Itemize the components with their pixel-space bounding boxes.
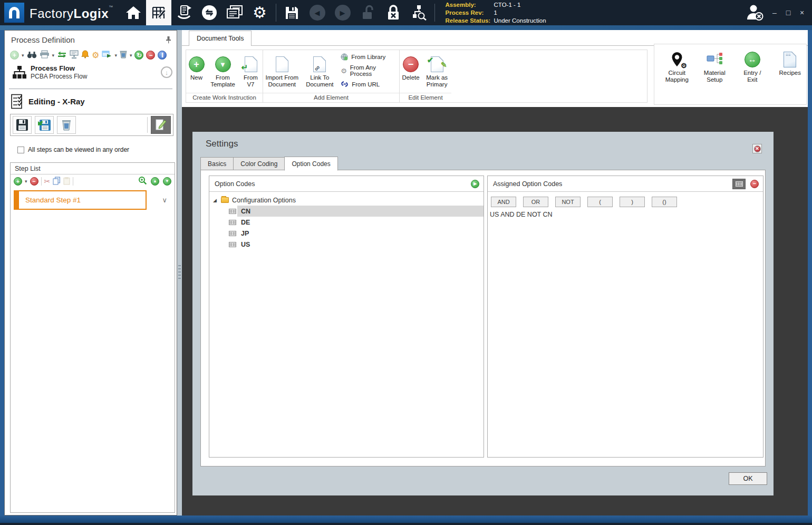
production-module-button[interactable] — [171, 0, 197, 25]
remove-step-button[interactable]: − — [30, 177, 38, 186]
print-button[interactable] — [40, 50, 50, 60]
recipes-button[interactable]: ≡≡ Recipes — [774, 48, 807, 104]
move-step-down-button[interactable]: ▼ — [163, 177, 171, 186]
tree-item-us[interactable]: US — [209, 239, 484, 250]
save-step-button[interactable] — [13, 116, 32, 134]
operator-open-paren-button[interactable]: ( — [587, 197, 613, 207]
delete-element-button[interactable]: − Delete — [400, 53, 421, 82]
view-order-option[interactable]: All steps can be viewed in any order — [17, 146, 129, 153]
import-from-document-label: Import From Document — [265, 74, 299, 88]
from-template-button[interactable]: ▼ From Template — [208, 53, 238, 89]
tree-item-de[interactable]: DE — [209, 217, 484, 228]
option-codes-tree: ◢ Configuration Options CN — [209, 192, 484, 250]
options-gear-icon[interactable]: ⚙ — [92, 51, 99, 60]
tab-document-tools[interactable]: Document Tools — [189, 31, 252, 46]
home-button[interactable] — [121, 0, 146, 25]
export-dropdown-caret[interactable]: ▾ — [114, 53, 117, 58]
import-from-document-button[interactable]: Import From Document — [263, 53, 301, 89]
add-step-caret[interactable]: ▾ — [25, 179, 27, 184]
window-export-icon — [102, 51, 112, 59]
projector-screen-icon — [70, 50, 79, 59]
from-url-button[interactable]: From URL — [341, 81, 399, 88]
dialog-close-button[interactable]: ✕ — [752, 144, 762, 153]
reassign-button[interactable] — [57, 51, 67, 60]
discard-button[interactable] — [120, 50, 127, 60]
material-setup-button[interactable]: Material Setup — [699, 48, 731, 104]
delete-label: Delete — [402, 74, 419, 81]
tree-root-configuration-options[interactable]: ◢ Configuration Options — [209, 195, 484, 206]
tab-color-coding[interactable]: Color Coding — [233, 157, 284, 170]
recipe-lines-icon: ≡≡ — [786, 53, 790, 57]
paste-button[interactable] — [63, 177, 70, 187]
edit-document-icon — [155, 119, 167, 131]
save-button[interactable] — [279, 0, 305, 25]
delete-step-button[interactable] — [57, 116, 76, 134]
notify-button[interactable] — [81, 50, 89, 60]
remove-expression-button[interactable]: − — [750, 180, 759, 188]
tree-item-cn[interactable]: CN — [209, 206, 484, 217]
tab-option-codes[interactable]: Option Codes — [284, 157, 337, 171]
edit-document-button[interactable] — [151, 116, 171, 134]
from-v7-button[interactable]: ↵ From V7 — [240, 53, 262, 89]
sync-module-button[interactable] — [197, 0, 222, 25]
discard-dropdown-caret[interactable]: ▾ — [130, 53, 132, 58]
process-flow-row[interactable]: Process Flow PCBA Process Flow ↓ — [12, 64, 172, 80]
reports-module-button[interactable] — [222, 0, 247, 25]
bell-icon — [81, 50, 89, 59]
operator-not-button[interactable]: NOT — [555, 197, 581, 207]
add-dropdown-caret[interactable]: ▾ — [22, 53, 24, 58]
add-step-button[interactable]: + — [14, 177, 22, 186]
maximize-button[interactable]: □ — [781, 6, 795, 20]
option-code-expression[interactable]: US AND DE NOT CN — [490, 211, 763, 218]
process-definition-module-button[interactable] — [146, 0, 171, 25]
operator-and-button[interactable]: AND — [491, 197, 516, 207]
settings-module-button[interactable]: ⚙ — [247, 0, 273, 25]
user-logout-button[interactable] — [742, 0, 768, 25]
refresh-button[interactable]: ↻ — [134, 51, 143, 60]
from-library-button[interactable]: From Library — [341, 53, 399, 61]
operator-or-button[interactable]: OR — [523, 197, 548, 207]
zoom-step-button[interactable] — [138, 176, 147, 187]
tree-item-jp[interactable]: JP — [209, 228, 484, 239]
find-button[interactable] — [27, 51, 37, 60]
circuit-mapping-button[interactable]: ⚙ Circuit Mapping — [661, 48, 693, 104]
step-expand-chevron[interactable]: ∨ — [162, 196, 167, 204]
assign-option-code-button[interactable]: ▶ — [471, 180, 479, 188]
tree-item-label: DE — [241, 219, 250, 226]
keyboard-entry-button[interactable] — [732, 179, 746, 189]
pin-button[interactable] — [166, 36, 171, 45]
checkbox-unchecked[interactable] — [17, 147, 24, 153]
lock-button[interactable] — [381, 0, 406, 25]
unlock-button[interactable] — [355, 0, 381, 25]
mark-as-primary-button[interactable]: ✔ ✎ Mark as Primary — [423, 53, 451, 89]
new-work-instruction-button[interactable]: + New — [187, 53, 206, 82]
forward-button[interactable]: ▶ — [330, 0, 355, 25]
link-to-document-button[interactable]: ∞ Link To Document — [303, 53, 337, 89]
tree-item-label: JP — [241, 230, 249, 237]
move-step-up-button[interactable]: ▲ — [151, 177, 159, 186]
expand-down-button[interactable]: ↓ — [161, 66, 172, 78]
print-dropdown-caret[interactable]: ▾ — [52, 53, 55, 58]
operator-parens-button[interactable]: () — [652, 197, 677, 207]
minimize-button[interactable]: – — [768, 6, 781, 20]
process-search-button[interactable] — [406, 0, 431, 25]
pause-button[interactable]: ∥ — [158, 51, 167, 60]
remove-button[interactable]: − — [146, 51, 155, 60]
add-process-button[interactable]: + — [10, 51, 19, 60]
back-button[interactable]: ◀ — [305, 0, 330, 25]
close-button[interactable]: × — [795, 6, 809, 20]
option-codes-panel: Option Codes ▶ ◢ Configuration Options — [209, 176, 484, 458]
presentation-button[interactable] — [70, 50, 79, 60]
panel-splitter[interactable] — [177, 30, 182, 516]
step-item-standard-step-1[interactable]: Standard Step #1 — [14, 190, 147, 210]
expander-expanded-icon[interactable]: ◢ — [213, 198, 218, 203]
operator-close-paren-button[interactable]: ) — [620, 197, 645, 207]
cut-icon[interactable]: ✂ — [44, 178, 51, 185]
from-any-process-button[interactable]: ⚙ From Any Process — [341, 64, 399, 77]
import-save-button[interactable] — [35, 116, 54, 134]
export-window-button[interactable] — [102, 51, 112, 60]
entry-exit-button[interactable]: ↔ Entry / Exit — [736, 48, 769, 104]
copy-button[interactable] — [53, 177, 61, 187]
tab-basics[interactable]: Basics — [200, 157, 233, 170]
ok-button[interactable]: OK — [729, 472, 767, 485]
